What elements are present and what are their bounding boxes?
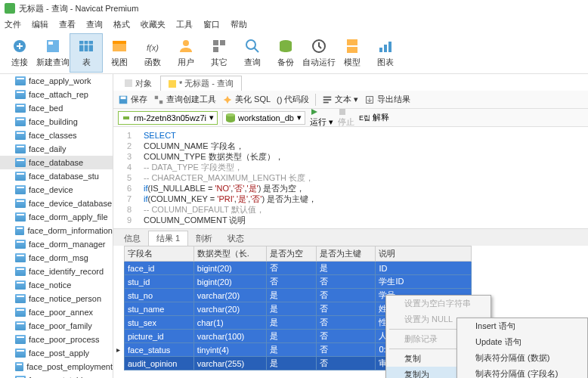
code-segment-button[interactable]: ()代码段 [277, 94, 309, 105]
tree-item-face_post_table[interactable]: face_post_table [0, 373, 113, 378]
tree-item-face_poor_family[interactable]: face_poor_family [0, 319, 113, 333]
table-icon [15, 294, 26, 303]
tool-other[interactable]: 其它 [203, 33, 236, 73]
tab-query[interactable]: * 无标题 - 查询 [160, 76, 242, 91]
plug-icon [122, 113, 131, 122]
explain-icon: E립 [359, 114, 370, 122]
tool-auto[interactable]: 自动运行 [302, 33, 336, 73]
table-row[interactable]: face_idbigint(20)否是ID [125, 262, 472, 275]
tool-chart[interactable]: 图表 [369, 33, 402, 73]
ctx-sub-Update 语句[interactable]: Update 语句 [457, 334, 587, 350]
svg-rect-26 [159, 100, 162, 103]
tree-item-face_attach_rep[interactable]: face_attach_rep [0, 88, 113, 101]
conn-icon [11, 37, 29, 55]
ctx-sub-制表符分隔值 (数据)[interactable]: 制表符分隔值 (数据) [457, 350, 587, 366]
database-icon [226, 113, 235, 122]
menu-窗口[interactable]: 窗口 [203, 19, 220, 30]
query-builder-button[interactable]: 查询创建工具 [153, 94, 216, 105]
tool-model[interactable]: 模型 [336, 33, 369, 73]
tool-user[interactable]: 用户 [169, 33, 203, 73]
sparkle-icon [222, 94, 233, 105]
tree-item-face_building[interactable]: face_building [0, 115, 113, 129]
menu-帮助[interactable]: 帮助 [231, 19, 247, 30]
menu-查看[interactable]: 查看 [59, 19, 76, 30]
col-header[interactable]: 是否为主键 [316, 246, 376, 262]
tool-view[interactable]: 视图 [103, 33, 136, 73]
user-icon [177, 37, 195, 55]
row-pointer-icon: ▸ [116, 345, 120, 354]
svg-rect-22 [388, 42, 391, 52]
beautify-sql-button[interactable]: 美化 SQL [222, 94, 271, 105]
tree-item-face_poor_annex[interactable]: face_poor_annex [0, 305, 113, 319]
table-icon [15, 144, 26, 153]
explain-button[interactable]: E립 解释 [359, 112, 389, 123]
export-button[interactable]: 导出结果 [364, 94, 410, 105]
tree-item-face_identify_record[interactable]: face_identify_record [0, 265, 113, 278]
menu-工具[interactable]: 工具 [176, 19, 193, 30]
tool-table[interactable]: 表 [70, 33, 103, 73]
tree-item-face_dorm_apply_file[interactable]: face_dorm_apply_file [0, 210, 113, 224]
menu-格式[interactable]: 格式 [113, 19, 130, 30]
tree-item-face_database_stu[interactable]: face_database_stu [0, 169, 113, 183]
col-header[interactable]: 数据类型（长. [193, 246, 266, 262]
tree-item-face_apply_work[interactable]: face_apply_work [0, 74, 113, 88]
save-button[interactable]: 保存 [118, 94, 147, 105]
tab-result-1[interactable]: 结果 1 [148, 231, 188, 246]
tool-backup[interactable]: 备份 [269, 33, 302, 73]
menu-收藏夹[interactable]: 收藏夹 [141, 19, 166, 30]
ctx-sub-制表符分隔值 (字段名)[interactable]: 制表符分隔值 (字段名) [457, 366, 587, 378]
stop-button[interactable]: 停止 [338, 107, 354, 128]
svg-rect-30 [323, 101, 329, 103]
tree-item-face_daily[interactable]: face_daily [0, 142, 113, 156]
table-row[interactable]: stu_idbigint(20)否否学生ID [125, 275, 472, 289]
tab-status[interactable]: 状态 [220, 231, 252, 246]
tab-objects[interactable]: 对象 [116, 76, 160, 91]
col-header[interactable]: 说明 [376, 246, 472, 262]
tab-profile[interactable]: 剖析 [188, 231, 220, 246]
tree-item-face_dorm_information[interactable]: face_dorm_information [0, 224, 113, 237]
svg-marker-27 [224, 95, 232, 104]
table-icon [15, 349, 26, 358]
run-button[interactable]: 运行 ▾ [310, 107, 333, 128]
table-icon [15, 335, 26, 344]
tool-func[interactable]: f(x)函数 [136, 33, 169, 73]
menubar: 文件编辑查看查询格式收藏夹工具窗口帮助 [0, 17, 588, 32]
tree-item-face_classes[interactable]: face_classes [0, 129, 113, 142]
object-tree[interactable]: face_apply_workface_attach_repface_bedfa… [0, 74, 113, 378]
tree-item-face_post_apply[interactable]: face_post_apply [0, 346, 113, 360]
tab-info[interactable]: 信息 [116, 231, 148, 246]
tool-query[interactable]: 查询 [236, 33, 269, 73]
tree-item-face_dorm_manager[interactable]: face_dorm_manager [0, 237, 113, 251]
app-icon [5, 3, 15, 14]
connection-dropdown[interactable]: rm-2zetn83n05wz7i▾ [118, 111, 218, 125]
tool-newquery[interactable]: 新建查询 [36, 33, 70, 73]
menu-查询[interactable]: 查询 [86, 19, 103, 30]
play-icon [310, 107, 319, 116]
col-header[interactable]: 是否为空 [267, 246, 316, 262]
tree-item-face_device[interactable]: face_device [0, 183, 113, 197]
col-header[interactable]: 字段名 [125, 246, 194, 262]
svg-point-10 [183, 40, 189, 46]
window-titlebar: 无标题 - 查询 - Navicat Premium [0, 0, 588, 17]
tree-item-face_notice_person[interactable]: face_notice_person [0, 292, 113, 305]
menu-文件[interactable]: 文件 [5, 19, 21, 30]
tree-item-face_poor_process[interactable]: face_poor_process [0, 333, 113, 346]
tool-conn[interactable]: 连接 [3, 33, 36, 73]
tree-item-face_bed[interactable]: face_bed [0, 101, 113, 115]
menu-编辑[interactable]: 编辑 [32, 19, 48, 30]
tree-item-face_device_database[interactable]: face_device_database [0, 197, 113, 210]
tree-item-face_post_employment[interactable]: face_post_employment [0, 360, 113, 373]
ctx-sub-Insert 语句[interactable]: Insert 语句 [457, 318, 587, 334]
text-button[interactable]: 文本 ▾ [322, 94, 358, 105]
database-dropdown[interactable]: workstation_db▾ [222, 111, 305, 125]
tree-item-face_dorm_msg[interactable]: face_dorm_msg [0, 251, 113, 265]
stop-icon [338, 107, 347, 116]
context-submenu[interactable]: Insert 语句Update 语句制表符分隔值 (数据)制表符分隔值 (字段名… [456, 318, 588, 378]
tree-item-face_database[interactable]: face_database [0, 156, 113, 169]
tree-item-face_notice[interactable]: face_notice [0, 278, 113, 292]
svg-rect-21 [384, 45, 387, 52]
sql-editor[interactable]: 1SELECT2 COLUMN_NAME 字段名，3 COLUMN_TYPE 数… [113, 127, 588, 229]
func-icon: f(x) [144, 37, 162, 55]
table-icon [15, 253, 26, 262]
main-toolbar: 连接新建查询表视图f(x)函数用户其它查询备份自动运行模型图表 [0, 32, 588, 74]
